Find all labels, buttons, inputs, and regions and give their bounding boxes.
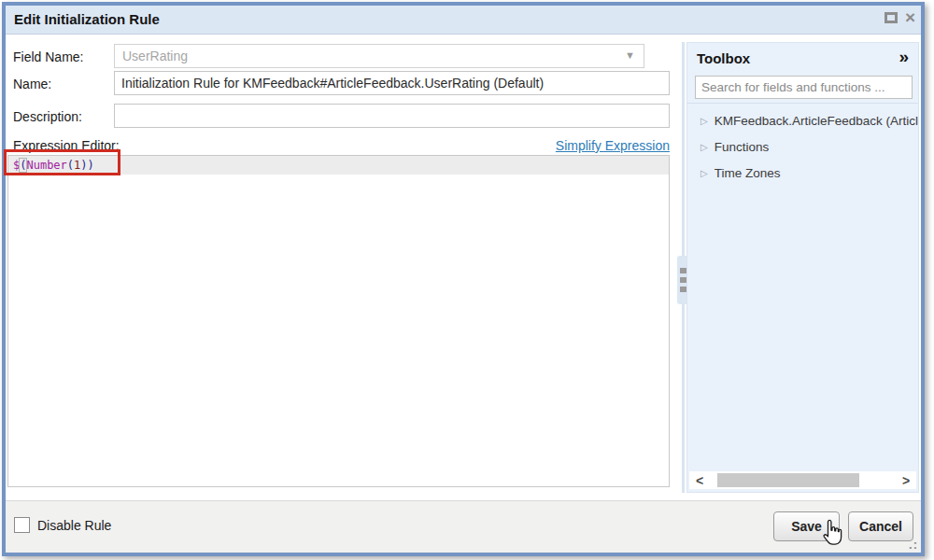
toolbox-title: Toolbox <box>697 50 750 66</box>
cancel-button[interactable]: Cancel <box>848 511 913 541</box>
splitter-dot-icon <box>680 268 686 273</box>
scrollbar-track[interactable] <box>710 473 896 487</box>
save-button[interactable]: Save <box>773 511 840 541</box>
expression-token-close-paren2: ) <box>80 159 87 172</box>
maximize-icon[interactable] <box>884 12 898 23</box>
scroll-right-icon[interactable]: > <box>896 473 916 488</box>
field-name-value: UserRating <box>122 49 188 63</box>
dialog-titlebar: Edit Initialization Rule × <box>6 6 921 35</box>
tree-item-kmfeedback[interactable]: ▷KMFeedback.ArticleFeedback (Article I <box>687 107 918 133</box>
toolbox-tree: ▷KMFeedback.ArticleFeedback (Article I ▷… <box>687 103 918 186</box>
toolbox-panel: Toolbox » ▷KMFeedback.ArticleFeedback (A… <box>686 42 919 493</box>
expander-icon[interactable]: ▷ <box>700 134 708 160</box>
scroll-left-icon[interactable]: < <box>689 473 710 488</box>
collapse-panel-icon[interactable]: » <box>899 47 909 67</box>
expander-icon[interactable]: ▷ <box>700 108 708 133</box>
description-label: Description: <box>13 109 82 124</box>
description-input[interactable] <box>114 104 670 128</box>
scrollbar-thumb[interactable] <box>717 473 859 487</box>
tree-item-label: Functions <box>715 140 770 154</box>
resize-grip-icon: .: <box>909 538 918 552</box>
tree-item-label: KMFeedback.ArticleFeedback (Article I <box>715 114 918 128</box>
toolbox-search-input[interactable] <box>695 76 913 99</box>
expression-token-function: Number <box>26 159 66 172</box>
disable-rule-label: Disable Rule <box>37 518 111 533</box>
splitter-dot-icon <box>680 277 686 283</box>
expression-token-open-paren2: ( <box>67 159 74 172</box>
expression-code-line[interactable]: $(Number(1)) <box>8 156 669 175</box>
field-name-dropdown[interactable]: UserRating ▼ <box>114 44 644 68</box>
disable-rule-checkbox[interactable] <box>14 517 30 533</box>
edit-initialization-rule-dialog: Edit Initialization Rule × Field Name: U… <box>2 2 925 556</box>
tree-item-label: Time Zones <box>715 166 781 180</box>
dialog-title: Edit Initialization Rule <box>14 11 160 27</box>
simplify-expression-link[interactable]: Simplify Expression <box>556 138 670 153</box>
chevron-down-icon: ▼ <box>625 49 635 61</box>
expression-editor-label: Expression Editor: <box>13 138 120 153</box>
expression-token-close-paren: ) <box>88 159 94 172</box>
name-label: Name: <box>13 77 51 91</box>
name-input[interactable] <box>114 71 670 95</box>
field-name-label: Field Name: <box>13 49 83 64</box>
close-icon[interactable]: × <box>905 11 915 24</box>
expression-editor[interactable]: $(Number(1)) <box>7 155 670 487</box>
tree-item-time-zones[interactable]: ▷Time Zones <box>687 160 918 186</box>
splitter-dot-icon <box>680 287 686 292</box>
dialog-footer: Disable Rule Save Cancel .: <box>6 500 921 553</box>
expander-icon[interactable]: ▷ <box>700 161 708 186</box>
tree-item-functions[interactable]: ▷Functions <box>687 133 918 160</box>
toolbox-hscrollbar: < > <box>689 471 916 489</box>
